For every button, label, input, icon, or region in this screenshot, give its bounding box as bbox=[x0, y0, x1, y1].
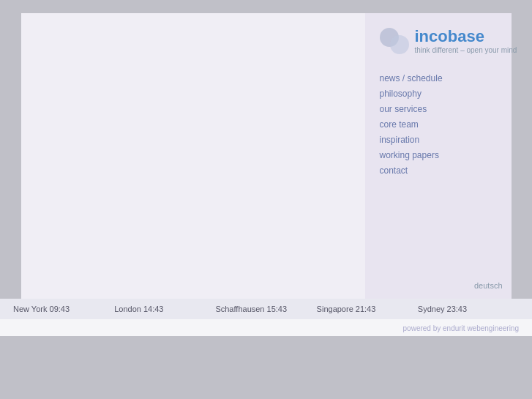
footer-bar: New York 09:43London 14:43Schaffhausen 1… bbox=[0, 299, 532, 319]
powered-text: powered by endurit webengineering bbox=[403, 324, 519, 332]
right-panel: incobase think different – open your min… bbox=[365, 13, 512, 299]
nav-our-services[interactable]: our services bbox=[380, 102, 443, 116]
logo-icon bbox=[380, 28, 411, 54]
city-time-schaffhausen: Schaffhausen 15:43 bbox=[215, 305, 316, 313]
city-time-singapore: Singapore 21:43 bbox=[317, 305, 418, 313]
nav-philosophy[interactable]: philosophy bbox=[380, 87, 443, 100]
city-time-new-york: New York 09:43 bbox=[13, 305, 114, 313]
city-time-london: London 14:43 bbox=[114, 305, 215, 313]
content-area bbox=[21, 13, 365, 299]
nav-core-team[interactable]: core team bbox=[380, 118, 443, 131]
logo-text-area: incobase think different – open your min… bbox=[415, 28, 517, 54]
city-time-sydney: Sydney 23:43 bbox=[418, 305, 519, 313]
logo-area: incobase think different – open your min… bbox=[380, 28, 517, 54]
nav-menu: news / schedulephilosophyour servicescor… bbox=[380, 72, 443, 177]
nav-contact[interactable]: contact bbox=[380, 164, 443, 177]
logo-tagline: think different – open your mind bbox=[415, 46, 517, 54]
nav-news-schedule[interactable]: news / schedule bbox=[380, 72, 443, 85]
language-switch[interactable]: deutsch bbox=[474, 281, 503, 290]
nav-inspiration[interactable]: inspiration bbox=[380, 133, 443, 146]
main-container: incobase think different – open your min… bbox=[21, 13, 512, 299]
logo-circle-2 bbox=[390, 35, 409, 54]
powered-bar: powered by endurit webengineering bbox=[0, 319, 532, 336]
nav-working-papers[interactable]: working papers bbox=[380, 149, 443, 162]
logo-title: incobase bbox=[415, 28, 517, 45]
